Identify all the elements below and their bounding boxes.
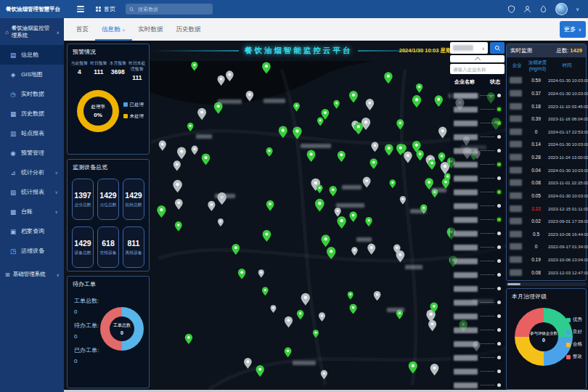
blurred-company-name bbox=[454, 121, 478, 126]
concentration-value: 0.19 bbox=[524, 257, 548, 262]
list-item[interactable] bbox=[450, 171, 505, 185]
table-row[interactable]: 0.022023-09-01 17:39:00 bbox=[507, 218, 586, 224]
region-dropdown[interactable]: ∨ bbox=[450, 42, 488, 54]
sidebar-item-label: 台账 bbox=[21, 208, 33, 216]
blurred-company-name bbox=[454, 245, 478, 250]
table-row[interactable]: 0.182023-11-10 03:45:00 bbox=[507, 103, 586, 110]
stat-value: 1397 bbox=[74, 191, 91, 200]
list-item[interactable] bbox=[450, 378, 505, 390]
list-item[interactable] bbox=[450, 282, 505, 295]
blurred-company-name bbox=[454, 217, 478, 223]
list-item[interactable] bbox=[450, 226, 505, 240]
sidebar-menu: ▤信息舱◈GIS地图◷实时数据▦历史数据▥站点报表◉预警管理⊿统计分析∨▧统计报… bbox=[0, 45, 64, 261]
panel-title: 监测设备总览 bbox=[68, 160, 149, 173]
sidebar-item-history-data[interactable]: ▦历史数据 bbox=[0, 104, 64, 123]
sidebar-item-gis-map[interactable]: ◈GIS地图 bbox=[0, 65, 64, 84]
table-row[interactable]: 0.592024-01-30 10:03:00 bbox=[507, 77, 586, 83]
list-item[interactable] bbox=[450, 185, 505, 199]
search-input[interactable] bbox=[136, 6, 209, 12]
list-item[interactable] bbox=[450, 130, 505, 144]
dotted-leader bbox=[481, 288, 494, 289]
sidebar-item-stats-report[interactable]: ▧统计报表∨ bbox=[0, 182, 64, 202]
sidebar-item-ops-device[interactable]: ◳运维设备 bbox=[0, 241, 64, 261]
tab-info-cabin[interactable]: 信息舱× bbox=[95, 25, 132, 41]
search-button[interactable] bbox=[490, 42, 505, 54]
sidebar-item-warning-mgmt[interactable]: ◉预警管理 bbox=[0, 143, 64, 163]
more-button[interactable]: 更多∨ bbox=[560, 21, 586, 38]
dotted-leader bbox=[481, 247, 494, 248]
tab-history-data[interactable]: 历史数据 bbox=[170, 25, 208, 41]
list-item[interactable] bbox=[450, 364, 505, 378]
warning-stat: 本月预警3698 bbox=[108, 61, 128, 81]
list-item[interactable] bbox=[450, 199, 505, 213]
list-item[interactable] bbox=[450, 158, 505, 171]
list-item[interactable] bbox=[450, 337, 505, 351]
blurred-text bbox=[453, 45, 473, 51]
table-row[interactable]: 2.222023-12-15 01:11:00 bbox=[507, 205, 586, 212]
list-item[interactable] bbox=[450, 240, 505, 254]
table-row[interactable]: 0.52023-10-06 16:44:00 bbox=[507, 231, 586, 237]
status-dot-online bbox=[497, 190, 501, 194]
flame-icon[interactable] bbox=[539, 5, 547, 13]
close-icon[interactable]: × bbox=[123, 28, 126, 33]
workorder-panel: 待办工单 工单总数:0待办工单:0已办工单:0 工单总数 0 bbox=[67, 276, 150, 388]
list-item[interactable] bbox=[450, 351, 505, 364]
table-row[interactable]: 0.052024-01-30 10:03:00 bbox=[507, 192, 586, 199]
list-item[interactable] bbox=[450, 89, 505, 102]
legend-label: 已处理 bbox=[130, 102, 144, 108]
table-row[interactable]: 02024-01-17 22:53:00 bbox=[507, 128, 586, 135]
column-status: 状态 bbox=[490, 78, 500, 86]
sidebar-item-info-cabin[interactable]: ▤信息舱 bbox=[0, 45, 64, 65]
column-company: 企业 bbox=[508, 62, 526, 69]
table-row[interactable]: 0.392023-11-16 08:04:00 bbox=[507, 115, 586, 122]
list-item[interactable] bbox=[450, 268, 505, 282]
list-item[interactable] bbox=[450, 102, 505, 116]
hamburger-menu-icon[interactable] bbox=[77, 6, 84, 12]
table-row[interactable]: 0.082023-12-03 12:47:00 bbox=[507, 269, 586, 276]
tab-home[interactable]: 首页 bbox=[70, 25, 95, 41]
list-item[interactable] bbox=[450, 323, 505, 337]
timestamp: 2024-01-17 22:53:00 bbox=[548, 129, 588, 134]
sidebar-group-smoke-system[interactable]: ⌂ 餐饮油烟监控管理系统 ∧ bbox=[0, 18, 64, 45]
sidebar-item-stats-analysis[interactable]: ⊿统计分析∨ bbox=[0, 163, 64, 182]
table-row[interactable]: 0.082023-11-01 22:25:00 bbox=[507, 179, 586, 186]
list-item[interactable] bbox=[450, 213, 505, 226]
blurred-company-name bbox=[454, 300, 478, 306]
avatar[interactable] bbox=[555, 3, 568, 15]
company-name-input[interactable] bbox=[450, 64, 505, 74]
table-row[interactable]: 0.142024-01-30 10:03:00 bbox=[507, 141, 586, 147]
timestamp: 2023-10-06 13:04:00 bbox=[548, 257, 588, 262]
blurred-company-name bbox=[510, 243, 522, 250]
realtime-total: 总数: 1429 bbox=[556, 47, 582, 54]
sidebar-item-realtime-data[interactable]: ◷实时数据 bbox=[0, 84, 64, 104]
list-item[interactable] bbox=[450, 144, 505, 158]
table-row[interactable]: 0.192023-10-06 13:04:00 bbox=[507, 256, 586, 263]
sidebar-item-ledger[interactable]: ▩台账∨ bbox=[0, 202, 64, 221]
stats-analysis-icon: ⊿ bbox=[9, 169, 17, 176]
status-dot-online bbox=[497, 163, 501, 166]
dotted-leader bbox=[481, 343, 494, 344]
topbar-home-chip[interactable]: 首页 bbox=[96, 5, 115, 13]
table-row[interactable]: 0.372024-01-30 10:03:00 bbox=[507, 90, 586, 97]
shield-icon[interactable] bbox=[507, 5, 515, 13]
collapse-button[interactable] bbox=[450, 55, 505, 62]
table-row[interactable]: 0.282023-11-24 13:00:00 bbox=[507, 154, 586, 160]
list-item[interactable] bbox=[450, 309, 505, 323]
list-item[interactable] bbox=[450, 116, 505, 130]
tab-realtime-data[interactable]: 实时数据 bbox=[132, 25, 170, 41]
device-stat-box: 618在线设备 bbox=[97, 226, 119, 268]
stat-label: 待办工单: bbox=[74, 322, 99, 330]
sidebar-item-station-report[interactable]: ▥站点报表 bbox=[0, 123, 64, 143]
sidebar-group-base-system[interactable]: ⊞ 基础管理系统 ∨ bbox=[0, 264, 64, 284]
topbar-search[interactable] bbox=[126, 4, 213, 15]
list-item[interactable] bbox=[450, 254, 505, 268]
stat-value: 111 bbox=[89, 68, 109, 75]
table-row[interactable]: 0.042024-01-30 10:03:00 bbox=[507, 167, 586, 173]
horizontal-scrollbar[interactable] bbox=[506, 282, 587, 286]
table-row[interactable]: 02022-09-17 01:34:00 bbox=[507, 243, 586, 250]
user-badge-icon[interactable] bbox=[523, 5, 531, 13]
chevron-down-icon[interactable]: ∨ bbox=[576, 7, 579, 12]
list-item[interactable] bbox=[450, 295, 505, 309]
sidebar-item-archive-query[interactable]: ▣档案查询 bbox=[0, 221, 64, 241]
grid-icon bbox=[96, 7, 101, 12]
